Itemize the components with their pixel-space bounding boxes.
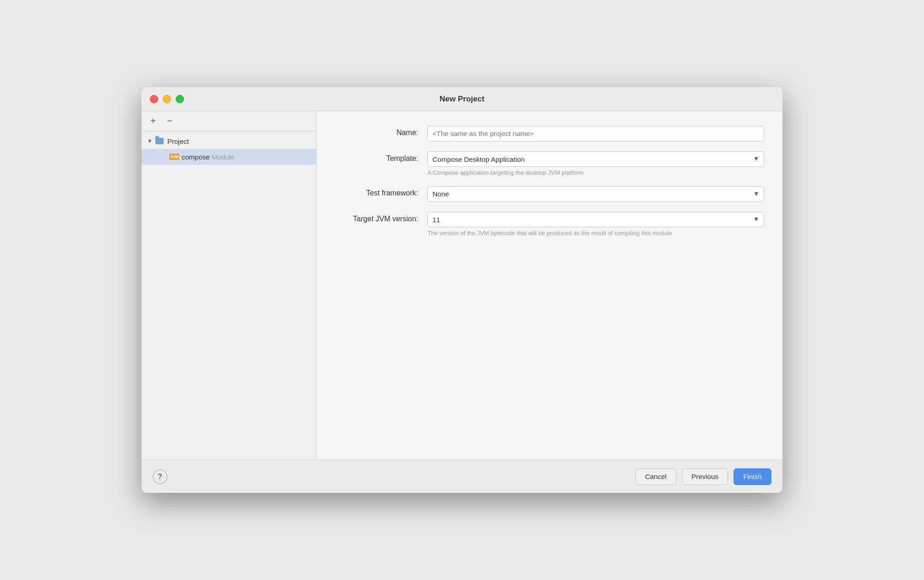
left-panel: + − ▼ Project JVM compose Module: [142, 111, 317, 460]
template-hint: A Compose application targeting the desk…: [427, 169, 764, 176]
no-toggle: [160, 152, 169, 161]
tree-item-compose[interactable]: JVM compose Module: [142, 149, 316, 165]
title-bar: New Project: [142, 87, 782, 111]
dialog-body: + − ▼ Project JVM compose Module: [142, 111, 782, 460]
minimize-button[interactable]: [163, 95, 171, 103]
target-jvm-label: Target JVM version:: [335, 211, 427, 223]
cancel-button[interactable]: Cancel: [635, 468, 676, 485]
test-framework-select-wrapper: None ▼: [427, 185, 764, 202]
template-field: Compose Desktop Application ▼ A Compose …: [427, 151, 764, 177]
compose-label: compose Module: [182, 153, 234, 161]
target-jvm-hint: The version of the JVM bytecode that wil…: [427, 230, 764, 237]
project-tree: ▼ Project JVM compose Module: [142, 131, 316, 460]
test-framework-field: None ▼: [427, 185, 764, 202]
test-framework-select[interactable]: None: [427, 186, 764, 202]
name-field: [427, 125, 764, 142]
new-project-dialog: New Project + − ▼ Project: [142, 87, 782, 493]
right-panel: Name: Template: Compose Desktop Applicat…: [317, 111, 782, 460]
test-framework-label: Test framework:: [335, 185, 427, 197]
template-select[interactable]: Compose Desktop Application: [427, 151, 764, 167]
remove-button[interactable]: −: [164, 115, 176, 127]
tree-toolbar: + −: [142, 111, 316, 131]
window-controls: [150, 95, 184, 103]
dialog-footer: ? Cancel Previous Finish: [142, 460, 782, 493]
project-label: Project: [167, 137, 189, 145]
tree-item-project[interactable]: ▼ Project: [142, 133, 316, 149]
target-jvm-field: 11 ▼ The version of the JVM bytecode tha…: [427, 211, 764, 237]
maximize-button[interactable]: [176, 95, 184, 103]
template-row: Template: Compose Desktop Application ▼ …: [335, 151, 764, 177]
add-button[interactable]: +: [147, 115, 159, 127]
test-framework-row: Test framework: None ▼: [335, 185, 764, 202]
target-jvm-select-wrapper: 11 ▼: [427, 211, 764, 228]
template-select-wrapper: Compose Desktop Application ▼: [427, 151, 764, 167]
previous-button[interactable]: Previous: [682, 468, 728, 485]
folder-icon: [154, 136, 165, 146]
footer-left: ?: [153, 469, 167, 484]
collapse-icon[interactable]: ▼: [145, 136, 154, 146]
jvm-icon: JVM: [169, 154, 179, 160]
dialog-title: New Project: [439, 95, 484, 104]
close-button[interactable]: [150, 95, 158, 103]
help-button[interactable]: ?: [153, 469, 167, 484]
target-jvm-select[interactable]: 11: [427, 212, 764, 227]
finish-button[interactable]: Finish: [734, 468, 771, 485]
name-input[interactable]: [427, 126, 764, 142]
name-row: Name:: [335, 125, 764, 142]
footer-right: Cancel Previous Finish: [635, 468, 771, 485]
name-label: Name:: [335, 125, 427, 137]
target-jvm-row: Target JVM version: 11 ▼ The version of …: [335, 211, 764, 237]
template-label: Template:: [335, 151, 427, 163]
